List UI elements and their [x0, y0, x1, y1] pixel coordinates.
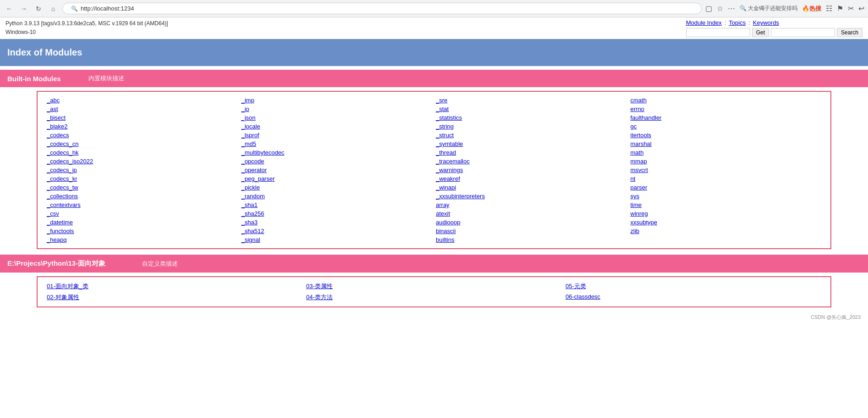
module-link[interactable]: _md5: [240, 140, 434, 148]
module-link[interactable]: _heapq: [45, 236, 240, 244]
module-link[interactable]: _tracemalloc: [434, 157, 629, 165]
module-link[interactable]: _collections: [45, 192, 240, 200]
module-link[interactable]: _codecs_hk: [45, 149, 240, 156]
module-link[interactable]: _codecs: [45, 131, 240, 139]
module-link[interactable]: _codecs_kr: [45, 175, 240, 183]
module-link[interactable]: mmap: [629, 157, 824, 165]
star-icon[interactable]: ☆: [717, 4, 723, 13]
module-link[interactable]: xxsubtype: [629, 218, 824, 226]
search-button[interactable]: Search: [837, 28, 863, 37]
module-link[interactable]: _sha3: [240, 218, 434, 226]
module-link[interactable]: _peg_parser: [240, 175, 434, 183]
module-link[interactable]: zlib: [629, 227, 824, 235]
scissors-icon[interactable]: ✂: [848, 4, 854, 13]
module-link[interactable]: _bisect: [45, 114, 240, 122]
grid-icon[interactable]: ☷: [826, 4, 832, 13]
module-link[interactable]: nt: [629, 175, 824, 183]
module-link[interactable]: _warnings: [434, 166, 629, 174]
module-link[interactable]: _abc: [45, 96, 240, 104]
back-button[interactable]: ←: [4, 3, 15, 14]
module-link[interactable]: winreg: [629, 210, 824, 217]
module-link[interactable]: faulthandler: [629, 114, 824, 122]
module-link[interactable]: _symtable: [434, 140, 629, 148]
module-link[interactable]: audiooop: [434, 218, 629, 226]
custom-module-link[interactable]: 02-对象属性: [45, 293, 304, 302]
module-link[interactable]: _struct: [434, 131, 629, 139]
module-link[interactable]: parser: [629, 184, 824, 191]
module-link[interactable]: itertools: [629, 131, 824, 139]
module-link[interactable]: _thread: [434, 149, 629, 156]
module-link[interactable]: _random: [240, 192, 434, 200]
module-link[interactable]: _sha1: [240, 201, 434, 209]
module-link[interactable]: _ast: [45, 105, 240, 113]
custom-module-link[interactable]: 04-类方法: [304, 293, 564, 302]
module-link[interactable]: _json: [240, 114, 434, 122]
module-link[interactable]: _csv: [45, 210, 240, 217]
module-index-link[interactable]: Module Index: [686, 19, 722, 26]
module-link[interactable]: _operator: [240, 166, 434, 174]
module-link[interactable]: _sha512: [240, 227, 434, 235]
search-input[interactable]: [771, 28, 835, 37]
forward-button[interactable]: →: [18, 3, 29, 14]
module-link[interactable]: atexit: [434, 210, 629, 217]
module-link[interactable]: gc: [629, 123, 824, 130]
module-link[interactable]: msvcrt: [629, 166, 824, 174]
module-link[interactable]: sys: [629, 192, 824, 200]
undo-icon[interactable]: ↩: [858, 4, 864, 13]
module-link[interactable]: _imp: [240, 96, 434, 104]
custom-module-link[interactable]: 03-类属性: [304, 282, 564, 291]
module-link[interactable]: _weakref: [434, 175, 629, 183]
custom-modules-container: 01-面向对象_类03-类属性05-元类02-对象属性04-类方法06-clas…: [37, 276, 831, 307]
home-button[interactable]: ⌂: [48, 3, 59, 14]
module-link[interactable]: time: [629, 201, 824, 209]
module-link[interactable]: _pickle: [240, 184, 434, 191]
custom-modules-grid: 01-面向对象_类03-类属性05-元类02-对象属性04-类方法06-clas…: [45, 282, 823, 302]
module-link[interactable]: binascii: [434, 227, 629, 235]
custom-module-link[interactable]: 05-元类: [564, 282, 823, 291]
bookmark-icon[interactable]: ⚑: [837, 4, 843, 13]
address-bar[interactable]: 🔍 http://localhost:1234: [62, 3, 702, 14]
module-link[interactable]: _opcode: [240, 157, 434, 165]
module-link[interactable]: _statistics: [434, 114, 629, 122]
more-icon[interactable]: ⋯: [728, 4, 735, 13]
module-link[interactable]: _codecs_jp: [45, 166, 240, 174]
module-link[interactable]: errno: [629, 105, 824, 113]
header-right: Module Index : Topics : Keywords Get Sea…: [686, 19, 863, 37]
module-link[interactable]: _blake2: [45, 123, 240, 130]
module-link[interactable]: _stat: [434, 105, 629, 113]
module-link[interactable]: _contextvars: [45, 201, 240, 209]
custom-module-link[interactable]: 01-面向对象_类: [45, 282, 304, 291]
module-link[interactable]: _lsprof: [240, 131, 434, 139]
module-link[interactable]: _signal: [240, 236, 434, 244]
module-link[interactable]: _multibytecodec: [240, 149, 434, 156]
module-link[interactable]: _functools: [45, 227, 240, 235]
module-link[interactable]: array: [434, 201, 629, 209]
search-area: Get Search: [686, 28, 863, 37]
module-link[interactable]: builtins: [434, 236, 629, 244]
module-link[interactable]: _string: [434, 123, 629, 130]
module-link[interactable]: _datetime: [45, 218, 240, 226]
reload-button[interactable]: ↻: [33, 3, 44, 14]
module-link[interactable]: _xxsubinterpreters: [434, 192, 629, 200]
module-link[interactable]: _locale: [240, 123, 434, 130]
module-link[interactable]: marshal: [629, 140, 824, 148]
page-footer: CSDN @失心疯_2023: [0, 311, 868, 323]
builtin-modules-grid: _abc_imp_srecmath_ast_io_staterrno_bisec…: [45, 96, 823, 244]
module-link[interactable]: cmath: [629, 96, 824, 104]
module-link[interactable]: _codecs_iso2022: [45, 157, 240, 165]
cast-icon[interactable]: ▢: [705, 4, 712, 13]
module-link[interactable]: _sre: [434, 96, 629, 104]
module-link[interactable]: _sha256: [240, 210, 434, 217]
module-link[interactable]: _winapi: [434, 184, 629, 191]
module-link[interactable]: _codecs_cn: [45, 140, 240, 148]
hot-label: 🔥热搜: [802, 5, 821, 13]
module-link[interactable]: math: [629, 149, 824, 156]
browser-chrome: ← → ↻ ⌂ 🔍 http://localhost:1234 ▢ ☆ ⋯ 🔍 …: [0, 0, 868, 17]
keywords-link[interactable]: Keywords: [753, 19, 779, 26]
topics-link[interactable]: Topics: [729, 19, 746, 26]
module-link[interactable]: _codecs_tw: [45, 184, 240, 191]
get-button[interactable]: Get: [752, 28, 769, 37]
custom-module-link[interactable]: 06-classdesc: [564, 293, 823, 301]
get-input[interactable]: [686, 28, 750, 37]
module-link[interactable]: _io: [240, 105, 434, 113]
